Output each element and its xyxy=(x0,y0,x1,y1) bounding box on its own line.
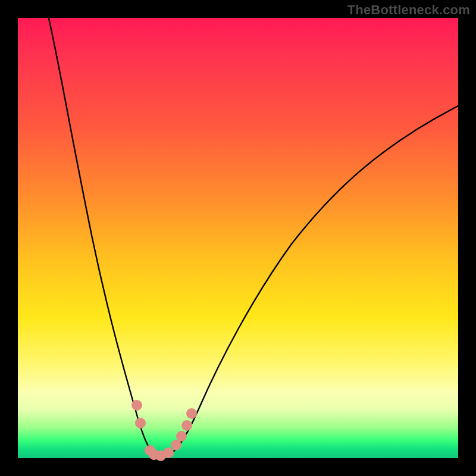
svg-point-9 xyxy=(186,408,197,419)
svg-point-8 xyxy=(181,420,192,431)
curve-path xyxy=(49,18,458,456)
svg-point-6 xyxy=(171,440,181,450)
svg-point-1 xyxy=(135,418,146,428)
svg-point-7 xyxy=(176,431,187,441)
plot-area xyxy=(18,18,458,458)
chart-frame: TheBottleneck.com xyxy=(0,0,476,476)
svg-point-0 xyxy=(131,400,142,411)
watermark-text: TheBottleneck.com xyxy=(347,2,470,18)
svg-point-5 xyxy=(163,447,174,458)
bottleneck-curve xyxy=(18,18,458,458)
